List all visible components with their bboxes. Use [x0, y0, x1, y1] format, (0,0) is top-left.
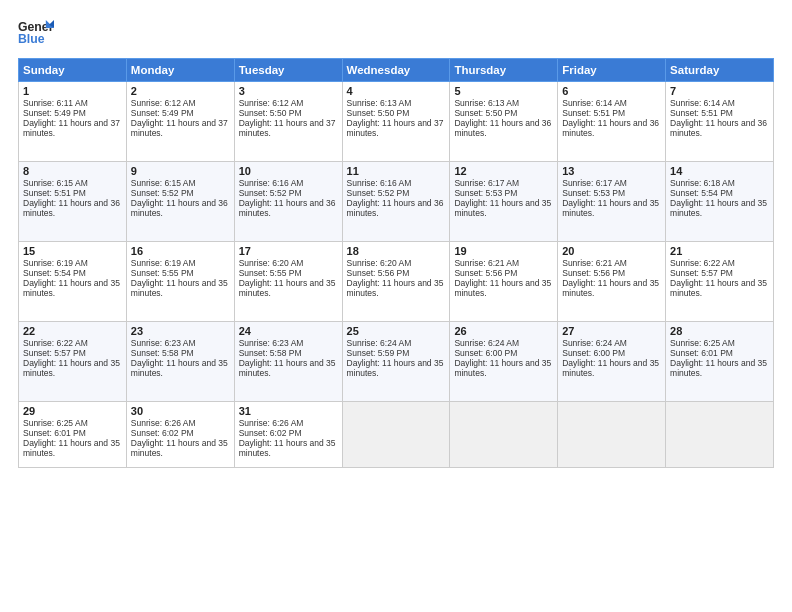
- day-number: 22: [23, 325, 122, 337]
- sunset-label: Sunset: 5:50 PM: [347, 108, 410, 118]
- day-number: 1: [23, 85, 122, 97]
- calendar-cell: 15 Sunrise: 6:19 AM Sunset: 5:54 PM Dayl…: [19, 242, 127, 322]
- sunset-label: Sunset: 5:52 PM: [239, 188, 302, 198]
- day-number: 14: [670, 165, 769, 177]
- calendar-cell: 26 Sunrise: 6:24 AM Sunset: 6:00 PM Dayl…: [450, 322, 558, 402]
- day-number: 5: [454, 85, 553, 97]
- calendar-cell: [450, 402, 558, 468]
- sunset-label: Sunset: 5:57 PM: [670, 268, 733, 278]
- day-number: 24: [239, 325, 338, 337]
- sunset-label: Sunset: 5:49 PM: [23, 108, 86, 118]
- daylight-label: Daylight: 11 hours and 36 minutes.: [131, 198, 228, 218]
- daylight-label: Daylight: 11 hours and 35 minutes.: [131, 438, 228, 458]
- calendar-cell: 20 Sunrise: 6:21 AM Sunset: 5:56 PM Dayl…: [558, 242, 666, 322]
- page: General Blue SundayMondayTuesdayWednesda…: [0, 0, 792, 612]
- sunrise-label: Sunrise: 6:17 AM: [454, 178, 519, 188]
- day-number: 31: [239, 405, 338, 417]
- sunrise-label: Sunrise: 6:18 AM: [670, 178, 735, 188]
- day-number: 20: [562, 245, 661, 257]
- daylight-label: Daylight: 11 hours and 35 minutes.: [454, 358, 551, 378]
- sunrise-label: Sunrise: 6:13 AM: [347, 98, 412, 108]
- day-number: 30: [131, 405, 230, 417]
- day-number: 6: [562, 85, 661, 97]
- calendar-cell: 23 Sunrise: 6:23 AM Sunset: 5:58 PM Dayl…: [126, 322, 234, 402]
- calendar-cell: 9 Sunrise: 6:15 AM Sunset: 5:52 PM Dayli…: [126, 162, 234, 242]
- sunset-label: Sunset: 5:56 PM: [454, 268, 517, 278]
- sunrise-label: Sunrise: 6:22 AM: [23, 338, 88, 348]
- daylight-label: Daylight: 11 hours and 36 minutes.: [239, 198, 336, 218]
- calendar-cell: 14 Sunrise: 6:18 AM Sunset: 5:54 PM Dayl…: [666, 162, 774, 242]
- sunrise-label: Sunrise: 6:21 AM: [454, 258, 519, 268]
- sunrise-label: Sunrise: 6:19 AM: [131, 258, 196, 268]
- sunset-label: Sunset: 5:58 PM: [239, 348, 302, 358]
- day-number: 25: [347, 325, 446, 337]
- weekday-header: Friday: [558, 59, 666, 82]
- daylight-label: Daylight: 11 hours and 35 minutes.: [562, 358, 659, 378]
- sunset-label: Sunset: 5:57 PM: [23, 348, 86, 358]
- day-number: 11: [347, 165, 446, 177]
- day-number: 3: [239, 85, 338, 97]
- sunrise-label: Sunrise: 6:23 AM: [131, 338, 196, 348]
- sunset-label: Sunset: 5:54 PM: [23, 268, 86, 278]
- calendar-cell: 25 Sunrise: 6:24 AM Sunset: 5:59 PM Dayl…: [342, 322, 450, 402]
- day-number: 18: [347, 245, 446, 257]
- calendar-cell: [342, 402, 450, 468]
- daylight-label: Daylight: 11 hours and 37 minutes.: [239, 118, 336, 138]
- day-number: 17: [239, 245, 338, 257]
- sunset-label: Sunset: 5:51 PM: [23, 188, 86, 198]
- daylight-label: Daylight: 11 hours and 35 minutes.: [131, 358, 228, 378]
- daylight-label: Daylight: 11 hours and 35 minutes.: [347, 278, 444, 298]
- calendar-cell: 30 Sunrise: 6:26 AM Sunset: 6:02 PM Dayl…: [126, 402, 234, 468]
- daylight-label: Daylight: 11 hours and 35 minutes.: [239, 278, 336, 298]
- weekday-header: Thursday: [450, 59, 558, 82]
- day-number: 9: [131, 165, 230, 177]
- sunrise-label: Sunrise: 6:24 AM: [562, 338, 627, 348]
- sunrise-label: Sunrise: 6:25 AM: [670, 338, 735, 348]
- calendar-cell: 7 Sunrise: 6:14 AM Sunset: 5:51 PM Dayli…: [666, 82, 774, 162]
- daylight-label: Daylight: 11 hours and 35 minutes.: [670, 198, 767, 218]
- sunrise-label: Sunrise: 6:13 AM: [454, 98, 519, 108]
- sunrise-label: Sunrise: 6:20 AM: [239, 258, 304, 268]
- day-number: 13: [562, 165, 661, 177]
- day-number: 19: [454, 245, 553, 257]
- day-number: 12: [454, 165, 553, 177]
- calendar-cell: 5 Sunrise: 6:13 AM Sunset: 5:50 PM Dayli…: [450, 82, 558, 162]
- sunset-label: Sunset: 5:50 PM: [454, 108, 517, 118]
- sunrise-label: Sunrise: 6:24 AM: [347, 338, 412, 348]
- sunrise-label: Sunrise: 6:19 AM: [23, 258, 88, 268]
- day-number: 29: [23, 405, 122, 417]
- sunset-label: Sunset: 5:50 PM: [239, 108, 302, 118]
- sunrise-label: Sunrise: 6:14 AM: [562, 98, 627, 108]
- sunset-label: Sunset: 6:01 PM: [23, 428, 86, 438]
- daylight-label: Daylight: 11 hours and 36 minutes.: [454, 118, 551, 138]
- day-number: 8: [23, 165, 122, 177]
- sunrise-label: Sunrise: 6:25 AM: [23, 418, 88, 428]
- daylight-label: Daylight: 11 hours and 35 minutes.: [347, 358, 444, 378]
- sunset-label: Sunset: 5:56 PM: [562, 268, 625, 278]
- logo-icon: General Blue: [18, 18, 54, 48]
- day-number: 7: [670, 85, 769, 97]
- daylight-label: Daylight: 11 hours and 35 minutes.: [670, 358, 767, 378]
- sunset-label: Sunset: 5:54 PM: [670, 188, 733, 198]
- day-number: 15: [23, 245, 122, 257]
- daylight-label: Daylight: 11 hours and 35 minutes.: [562, 278, 659, 298]
- daylight-label: Daylight: 11 hours and 35 minutes.: [670, 278, 767, 298]
- sunrise-label: Sunrise: 6:16 AM: [239, 178, 304, 188]
- calendar-cell: [666, 402, 774, 468]
- calendar-cell: 27 Sunrise: 6:24 AM Sunset: 6:00 PM Dayl…: [558, 322, 666, 402]
- sunrise-label: Sunrise: 6:14 AM: [670, 98, 735, 108]
- calendar-cell: 11 Sunrise: 6:16 AM Sunset: 5:52 PM Dayl…: [342, 162, 450, 242]
- day-number: 2: [131, 85, 230, 97]
- daylight-label: Daylight: 11 hours and 35 minutes.: [23, 358, 120, 378]
- sunset-label: Sunset: 6:02 PM: [239, 428, 302, 438]
- day-number: 28: [670, 325, 769, 337]
- weekday-header: Sunday: [19, 59, 127, 82]
- sunset-label: Sunset: 5:55 PM: [239, 268, 302, 278]
- sunset-label: Sunset: 6:02 PM: [131, 428, 194, 438]
- daylight-label: Daylight: 11 hours and 37 minutes.: [23, 118, 120, 138]
- calendar-cell: 13 Sunrise: 6:17 AM Sunset: 5:53 PM Dayl…: [558, 162, 666, 242]
- calendar-cell: 22 Sunrise: 6:22 AM Sunset: 5:57 PM Dayl…: [19, 322, 127, 402]
- calendar-cell: 8 Sunrise: 6:15 AM Sunset: 5:51 PM Dayli…: [19, 162, 127, 242]
- sunrise-label: Sunrise: 6:12 AM: [239, 98, 304, 108]
- sunset-label: Sunset: 5:58 PM: [131, 348, 194, 358]
